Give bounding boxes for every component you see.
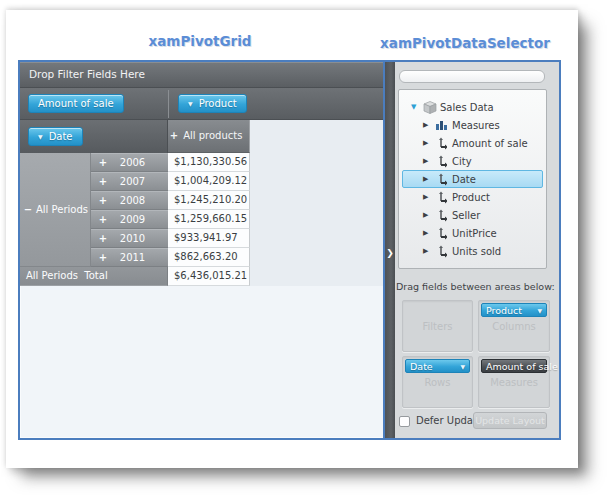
- grid-empty-area: [250, 120, 388, 286]
- row-header-2009[interactable]: + 2009: [91, 210, 168, 229]
- columns-watermark: Columns: [479, 321, 549, 332]
- value-cell: $933,941.97: [168, 229, 250, 248]
- row-header-2006[interactable]: + 2006: [91, 153, 168, 172]
- pivot-data-selector-panel: ❯ ▼ Sales Data ▶ Measures ▶: [383, 60, 561, 440]
- splitter-bar[interactable]: ❯: [385, 62, 395, 438]
- search-input[interactable]: [399, 70, 545, 83]
- chevron-right-icon[interactable]: ❯: [386, 248, 394, 258]
- update-layout-button[interactable]: Update Layout: [473, 412, 547, 429]
- rows-field-label: Date: [410, 361, 433, 372]
- measure-field-pill[interactable]: Amount of sale: [28, 94, 124, 113]
- tree-item-product[interactable]: ▶ Product: [402, 188, 543, 206]
- data-source-tree: ▼ Sales Data ▶ Measures ▶ Amount of sale: [398, 89, 547, 269]
- measures-watermark: Measures: [479, 377, 549, 388]
- collapse-icon[interactable]: −: [20, 204, 36, 215]
- column-field-pill[interactable]: ▼ Product: [178, 94, 247, 113]
- value-cell: $1,004,209.12: [168, 172, 250, 191]
- expand-icon[interactable]: +: [97, 252, 109, 263]
- filter-arrow-icon[interactable]: ▼: [188, 100, 193, 107]
- tree-item-date[interactable]: ▶ Date: [402, 170, 543, 188]
- dimension-icon: [435, 227, 452, 240]
- value-cell: $862,663.20: [168, 248, 250, 267]
- header-divider: [168, 90, 169, 118]
- filters-drop-area[interactable]: Filters: [402, 300, 473, 352]
- year-label: 2010: [109, 233, 168, 244]
- pivot-grid-title: xamPivotGrid: [110, 33, 290, 49]
- tree-item-label: City: [452, 156, 472, 167]
- row-group-label: All Periods: [36, 204, 88, 215]
- year-label: 2008: [109, 195, 168, 206]
- expand-icon[interactable]: +: [97, 195, 109, 206]
- defer-update-checkbox[interactable]: [399, 416, 410, 427]
- value-cell: $1,245,210.20: [168, 191, 250, 210]
- screenshot-page: xamPivotGrid xamPivotDataSelector Drop F…: [6, 10, 578, 468]
- filter-drop-area[interactable]: Drop Filter Fields Here: [20, 62, 388, 88]
- tree-collapsed-icon[interactable]: ▶: [423, 247, 435, 255]
- expand-icon[interactable]: +: [168, 120, 180, 152]
- row-field-label: Date: [49, 131, 73, 142]
- tree-collapsed-icon[interactable]: ▶: [423, 121, 435, 129]
- measure-field-label: Amount of sale: [38, 98, 114, 109]
- columns-field-pill[interactable]: Product ▼: [481, 303, 547, 317]
- tree-collapsed-icon[interactable]: ▶: [423, 211, 435, 219]
- tree-collapsed-icon[interactable]: ▶: [423, 193, 435, 201]
- row-header-2007[interactable]: + 2007: [91, 172, 168, 191]
- dimension-icon: [435, 155, 452, 168]
- year-label: 2009: [109, 214, 168, 225]
- column-header-label: All products: [183, 130, 242, 141]
- column-field-label: Product: [199, 98, 237, 109]
- year-label: 2007: [109, 176, 168, 187]
- measures-drop-area[interactable]: Amount of sale Measures: [478, 356, 550, 408]
- total-value-cell: $6,436,015.21: [168, 267, 250, 286]
- pivot-data-selector-title: xamPivotDataSelector: [372, 35, 558, 51]
- tree-collapsed-icon[interactable]: ▶: [423, 139, 435, 147]
- expand-icon[interactable]: +: [97, 214, 109, 225]
- dimension-icon: [435, 137, 452, 150]
- value-cell: $1,259,660.15: [168, 210, 250, 229]
- year-label: 2006: [109, 157, 168, 168]
- tree-item-label: Units sold: [452, 246, 501, 257]
- row-header-2010[interactable]: + 2010: [91, 229, 168, 248]
- expand-icon[interactable]: +: [97, 176, 109, 187]
- dropdown-arrow-icon[interactable]: ▼: [460, 363, 465, 370]
- tree-item-unitprice[interactable]: ▶ UnitPrice: [402, 224, 543, 242]
- tree-item-seller[interactable]: ▶ Seller: [402, 206, 543, 224]
- tree-item-sales-data[interactable]: ▼ Sales Data: [402, 98, 543, 116]
- tree-item-measures[interactable]: ▶ Measures: [402, 116, 543, 134]
- measures-field-pill[interactable]: Amount of sale: [481, 359, 547, 373]
- dimension-icon: [435, 191, 452, 204]
- row-field-pill[interactable]: ▼ Date: [28, 127, 83, 146]
- value-column: $1,130,330.56 $1,004,209.12 $1,245,210.2…: [168, 153, 250, 267]
- dimension-icon: [435, 173, 452, 186]
- tree-item-label: Measures: [452, 120, 500, 131]
- tree-expanded-icon[interactable]: ▼: [411, 103, 423, 111]
- columns-drop-area[interactable]: Product ▼ Columns: [478, 300, 550, 352]
- measures-header-row: Amount of sale ▼ Product: [20, 88, 388, 120]
- row-header-2008[interactable]: + 2008: [91, 191, 168, 210]
- tree-item-label: UnitPrice: [452, 228, 497, 239]
- rows-field-pill[interactable]: Date ▼: [405, 359, 470, 373]
- measures-field-label: Amount of sale: [486, 361, 558, 372]
- tree-item-label: Product: [452, 192, 490, 203]
- tree-item-city[interactable]: ▶ City: [402, 152, 543, 170]
- tree-item-units-sold[interactable]: ▶ Units sold: [402, 242, 543, 260]
- dimension-icon: [435, 209, 452, 222]
- all-products-column-header[interactable]: + All products: [168, 120, 250, 153]
- tree-item-label: Amount of sale: [452, 138, 528, 149]
- cube-icon: [423, 101, 440, 114]
- tree-collapsed-icon[interactable]: ▶: [423, 175, 435, 183]
- row-header-2011[interactable]: + 2011: [91, 248, 168, 267]
- row-group-all-periods[interactable]: − All Periods: [20, 153, 91, 267]
- tree-collapsed-icon[interactable]: ▶: [423, 157, 435, 165]
- filter-drop-label: Drop Filter Fields Here: [29, 68, 145, 80]
- dropdown-arrow-icon[interactable]: ▼: [537, 307, 542, 314]
- rows-drop-area[interactable]: Date ▼ Rows: [402, 356, 473, 408]
- expand-icon[interactable]: +: [97, 233, 109, 244]
- tree-collapsed-icon[interactable]: ▶: [423, 229, 435, 237]
- columns-field-label: Product: [486, 305, 522, 316]
- year-label: 2011: [109, 252, 168, 263]
- tree-item-amount-of-sale[interactable]: ▶ Amount of sale: [402, 134, 543, 152]
- filter-arrow-icon[interactable]: ▼: [38, 133, 43, 140]
- pivot-grid-panel: Drop Filter Fields Here Amount of sale ▼…: [18, 60, 390, 440]
- expand-icon[interactable]: +: [97, 157, 109, 168]
